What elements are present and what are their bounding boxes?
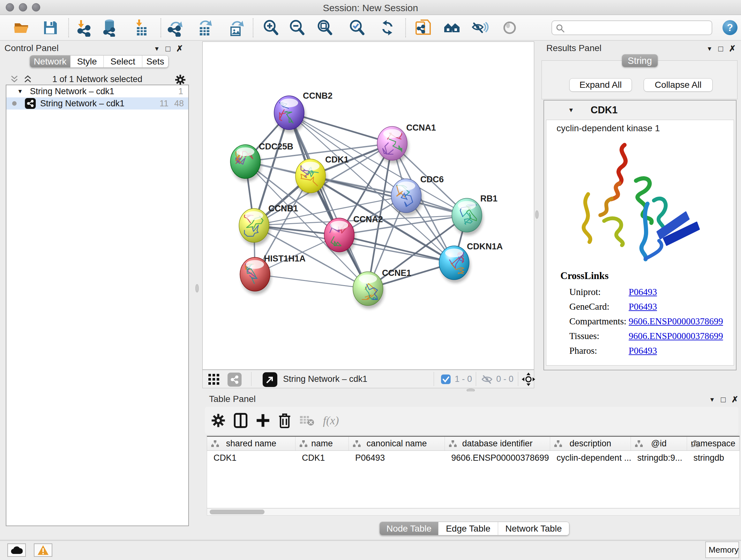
crosslink-link[interactable]: 9606.ENSP00000378699 <box>629 331 723 341</box>
crosslink-link[interactable]: P06493 <box>629 287 657 297</box>
cell-description[interactable]: cyclin-dependent ... <box>550 451 631 465</box>
cell-id[interactable]: stringdb:9... <box>631 451 687 465</box>
network-node-cdk1[interactable]: CDK1 <box>295 155 349 196</box>
warnings-button[interactable] <box>34 543 52 557</box>
column-header[interactable]: namespace <box>687 437 739 450</box>
panel-close-icon[interactable]: ✗ <box>731 395 738 405</box>
network-row-selected[interactable]: String Network – cdk1 11 48 <box>6 98 188 110</box>
search-input[interactable] <box>567 22 708 34</box>
network-node-cdc6[interactable]: CDC6 <box>391 175 444 216</box>
first-neighbors-button[interactable] <box>442 18 461 37</box>
column-header[interactable]: name <box>295 437 349 450</box>
zoom-in-button[interactable] <box>261 18 280 37</box>
protein-card-header[interactable]: ▼ CDK1 <box>544 101 736 120</box>
crosslink-link[interactable]: 9606.ENSP00000378699 <box>629 316 723 327</box>
delete-column-icon[interactable] <box>278 413 291 428</box>
panel-menu-icon[interactable]: ▼ <box>154 45 160 52</box>
panel-close-icon[interactable]: ✗ <box>176 44 183 54</box>
export-image-button[interactable] <box>226 18 246 37</box>
column-header[interactable]: shared name <box>207 437 295 450</box>
cell-namespace[interactable]: stringdb <box>687 451 739 465</box>
fit-content-crosshair-icon[interactable] <box>522 373 535 386</box>
column-label: database identifier <box>462 439 533 449</box>
show-all-button[interactable] <box>500 18 519 37</box>
network-node-ccnb1[interactable]: CCNB1 <box>239 204 298 246</box>
toolbar-separator <box>160 18 161 37</box>
tab-edge-table[interactable]: Edge Table <box>438 522 498 535</box>
selected-checkbox-icon[interactable] <box>441 374 451 384</box>
export-table-icon <box>196 19 214 37</box>
panel-float-icon[interactable]: □ <box>718 44 723 53</box>
crosslink-link[interactable]: P06493 <box>629 301 657 312</box>
column-header[interactable]: description <box>550 437 631 450</box>
tab-select[interactable]: Select <box>104 56 142 67</box>
cell-name[interactable]: CDK1 <box>295 451 349 465</box>
network-graph[interactable]: CCNB2CCNA1CDC25BCDK1CDC6RB1CCNB1CCNA2CDK… <box>203 42 534 369</box>
network-options-gear-icon[interactable] <box>175 74 186 85</box>
network-edge[interactable] <box>255 274 368 289</box>
hide-selected-button[interactable] <box>470 18 489 37</box>
network-canvas[interactable]: CCNB2CCNA1CDC25BCDK1CDC6RB1CCNB1CCNA2CDK… <box>202 42 534 370</box>
export-network-button[interactable] <box>165 18 185 37</box>
column-header[interactable]: database identifier <box>445 437 550 450</box>
protein-collapse-icon[interactable]: ▼ <box>568 107 574 114</box>
show-columns-icon[interactable] <box>233 413 248 428</box>
cloud-status-button[interactable] <box>7 543 26 557</box>
zoom-out-button[interactable] <box>287 18 307 37</box>
help-button[interactable]: ? <box>723 20 738 35</box>
import-table-file-button[interactable] <box>132 18 151 37</box>
network-node-ccnb2[interactable]: CCNB2 <box>274 91 333 133</box>
panel-float-icon[interactable]: □ <box>721 395 726 404</box>
zoom-selected-button[interactable] <box>347 18 367 37</box>
open-folder-icon <box>13 19 30 37</box>
toolbar-separator <box>253 18 253 37</box>
network-node-cdc25b[interactable]: CDC25B <box>230 142 293 182</box>
tab-network[interactable]: Network <box>30 56 70 67</box>
collapse-all-button[interactable]: Collapse All <box>644 78 713 91</box>
network-node-cdkn1a[interactable]: CDKN1A <box>439 242 503 283</box>
hidden-eye-icon[interactable] <box>481 374 493 384</box>
cell-shared-name[interactable]: CDK1 <box>207 451 295 465</box>
collection-caret-icon[interactable]: ▼ <box>17 88 23 95</box>
network-node-hist1h1a[interactable]: HIST1H1A <box>240 254 306 294</box>
tab-sets[interactable]: Sets <box>142 56 168 67</box>
cell-database-identifier[interactable]: 9606.ENSP00000378699 <box>445 451 550 465</box>
panel-close-icon[interactable]: ✗ <box>729 44 736 54</box>
import-network-file-button[interactable] <box>74 18 93 37</box>
right-splitter-handle[interactable] <box>535 210 539 219</box>
grid-mode-icon[interactable] <box>208 373 220 385</box>
panel-float-icon[interactable]: □ <box>165 44 171 53</box>
zoom-fit-button[interactable] <box>315 18 334 37</box>
network-collection-row[interactable]: ▼ String Network – cdk1 1 <box>6 85 188 98</box>
refresh-view-button[interactable] <box>378 18 397 37</box>
table-options-gear-icon[interactable] <box>211 414 225 428</box>
tab-network-table[interactable]: Network Table <box>498 522 569 535</box>
add-column-icon[interactable] <box>256 414 270 428</box>
string-network-badge-icon[interactable] <box>227 373 242 387</box>
open-session-button[interactable] <box>12 18 31 37</box>
tab-style[interactable]: Style <box>70 56 104 67</box>
zoom-in-icon <box>262 19 280 37</box>
column-header[interactable]: canonical name <box>349 437 445 450</box>
tab-node-table[interactable]: Node Table <box>380 522 438 535</box>
save-session-button[interactable] <box>41 18 60 37</box>
table-horizontal-scrollbar[interactable] <box>207 508 740 516</box>
scrollbar-thumb[interactable] <box>210 509 265 514</box>
export-table-button[interactable] <box>195 18 214 37</box>
panel-menu-icon[interactable]: ▼ <box>709 396 715 403</box>
birdseye-view-icon[interactable] <box>263 372 277 387</box>
search-field[interactable] <box>551 20 712 35</box>
import-network-database-button[interactable] <box>100 18 120 37</box>
left-splitter-handle[interactable] <box>195 284 199 293</box>
crosslink-link[interactable]: P06493 <box>629 346 657 356</box>
table-row[interactable]: CDK1 CDK1 P06493 9606.ENSP00000378699 cy… <box>207 451 739 465</box>
network-node-rb1[interactable]: RB1 <box>452 194 497 235</box>
clone-network-button[interactable] <box>414 18 433 37</box>
memory-button[interactable]: Memory <box>705 542 739 558</box>
cell-canonical-name[interactable]: P06493 <box>349 451 445 465</box>
expand-all-button[interactable]: Expand All <box>569 78 632 91</box>
column-header[interactable]: @id <box>631 437 687 450</box>
panel-menu-icon[interactable]: ▼ <box>706 45 713 52</box>
network-node-ccne1[interactable]: CCNE1 <box>353 268 411 309</box>
tab-string[interactable]: String <box>622 54 658 67</box>
